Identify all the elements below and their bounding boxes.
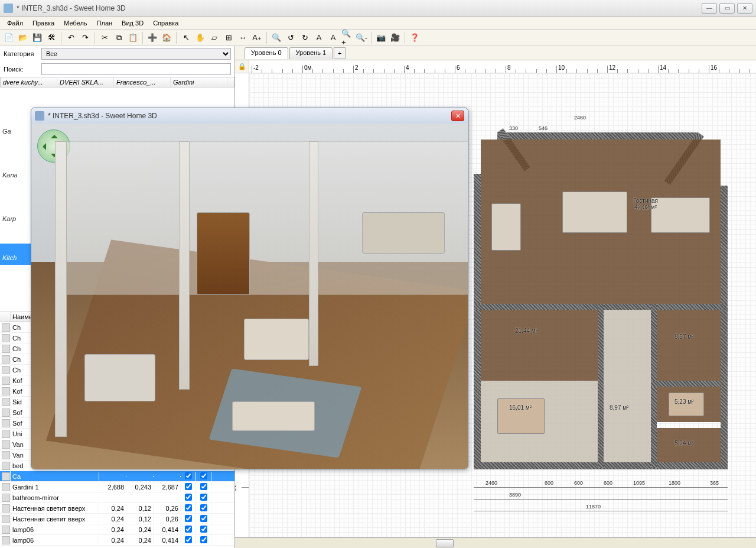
view-3d-window[interactable]: * INTER_3.sh3d - Sweet Home 3D ✕	[31, 108, 468, 469]
copy-icon[interactable]: ⧉	[112, 31, 125, 44]
furniture-val: 0,24	[99, 526, 126, 534]
movable-checkbox[interactable]	[200, 526, 207, 533]
help-icon[interactable]: ❓	[408, 31, 421, 44]
plan-furniture[interactable]	[651, 197, 710, 233]
search-input[interactable]	[41, 63, 231, 75]
rotate-right-icon[interactable]: ↻	[298, 31, 311, 44]
menu-file[interactable]: Файл	[2, 18, 28, 28]
background-icon[interactable]: A	[327, 31, 340, 44]
tab-level-1[interactable]: Уровень 1	[289, 47, 333, 59]
movable-checkbox[interactable]	[200, 472, 207, 479]
catalog-header-cell[interactable]: dvere kuchy...	[1, 77, 57, 87]
furniture-row[interactable]: lamp060,240,240,414	[0, 524, 234, 535]
popup-titlebar[interactable]: * INTER_3.sh3d - Sweet Home 3D ✕	[31, 108, 468, 124]
movable-checkbox[interactable]	[200, 483, 207, 490]
close-button[interactable]: ✕	[737, 3, 752, 14]
wall[interactable]	[474, 174, 481, 469]
maximize-button[interactable]: ▭	[719, 3, 735, 14]
visible-checkbox[interactable]	[185, 494, 192, 501]
category-select[interactable]: Все	[41, 48, 231, 60]
movable-checkbox[interactable]	[200, 515, 207, 522]
ruler-tick: 8	[506, 66, 506, 73]
floor-plan: Гостиная42,02 м² 21,44 м² 8,57 м² 16,01 …	[474, 109, 728, 475]
rotate-left-icon[interactable]: ↺	[284, 31, 297, 44]
wall[interactable]	[598, 304, 604, 468]
furniture-row[interactable]: Настенная светит вверх0,240,120,26	[0, 514, 234, 524]
ruler-tick: 10	[556, 66, 557, 73]
redo-icon[interactable]: ↷	[79, 31, 92, 44]
dimension-text: 1095	[633, 480, 645, 486]
cut-icon[interactable]: ✂	[98, 31, 111, 44]
menu-furniture[interactable]: Мебель	[59, 18, 92, 28]
furniture-val	[99, 497, 126, 498]
menu-help[interactable]: Справка	[148, 18, 183, 28]
select-icon[interactable]: ↖	[180, 31, 193, 44]
zoom-out-icon[interactable]: 🔍-	[355, 31, 368, 44]
menu-plan[interactable]: План	[92, 18, 118, 28]
import-icon[interactable]: 🏠	[160, 31, 173, 44]
ruler-tick: 12	[607, 66, 608, 73]
furniture-val: 0,24	[126, 536, 154, 544]
scrollbar-thumb[interactable]	[436, 539, 454, 547]
room-area: 5,23 м²	[674, 398, 693, 405]
catalog-header-cell[interactable]: DVERI SKLA...	[57, 77, 114, 87]
undo-icon[interactable]: ↶	[64, 31, 77, 44]
visible-checkbox[interactable]	[185, 536, 192, 543]
furniture-val	[126, 476, 154, 477]
wall[interactable]	[497, 132, 698, 140]
furniture-val: 0,414	[154, 536, 181, 544]
ruler-tick: 22	[242, 487, 249, 488]
plan-furniture[interactable]	[497, 398, 545, 434]
popup-title: * INTER_3.sh3d - Sweet Home 3D	[48, 112, 451, 120]
render-3d-viewport[interactable]	[31, 124, 468, 469]
catalog-header-cell[interactable]: Francesco_...	[114, 77, 171, 87]
visible-checkbox[interactable]	[185, 483, 192, 490]
visible-checkbox[interactable]	[185, 504, 192, 511]
pan-icon[interactable]: ✋	[194, 31, 207, 44]
room-icon[interactable]: ⊞	[222, 31, 235, 44]
movable-checkbox[interactable]	[200, 504, 207, 511]
prefs-icon[interactable]: 🛠	[45, 31, 58, 44]
open-icon[interactable]: 📂	[17, 31, 30, 44]
minimize-button[interactable]: —	[702, 3, 717, 14]
furniture-row[interactable]: lamp060,240,240,414	[0, 535, 234, 546]
menu-edit[interactable]: Правка	[28, 18, 59, 28]
wall[interactable]	[721, 186, 728, 469]
new-icon[interactable]: 📄	[2, 31, 15, 44]
furniture-row[interactable]: Ca	[0, 471, 234, 482]
video-icon[interactable]: 🎥	[389, 31, 402, 44]
plan-furniture[interactable]	[562, 192, 627, 233]
plan-furniture[interactable]	[491, 203, 521, 251]
paste-icon[interactable]: 📋	[126, 31, 139, 44]
level-tabbar: Уровень 0 Уровень 1 +	[235, 46, 756, 60]
visible-checkbox[interactable]	[185, 472, 192, 479]
tab-add-button[interactable]: +	[334, 47, 346, 59]
text-style-icon[interactable]: A	[312, 31, 325, 44]
search-icon[interactable]: 🔍	[270, 31, 283, 44]
furniture-row[interactable]: bathroom-mirror	[0, 492, 234, 503]
menu-3dview[interactable]: Вид 3D	[117, 18, 148, 28]
horizontal-scrollbar[interactable]	[235, 537, 756, 548]
wall[interactable]	[651, 381, 726, 387]
add-furniture-icon[interactable]: ➕	[146, 31, 159, 44]
text-icon[interactable]: A₊	[250, 31, 263, 44]
movable-checkbox[interactable]	[200, 494, 207, 501]
furniture-row[interactable]: Gardini 12,6880,2432,687	[0, 482, 234, 492]
wall-icon[interactable]: ▱	[208, 31, 221, 44]
zoom-in-icon[interactable]: 🔍+	[341, 31, 354, 44]
furniture-val	[99, 476, 126, 477]
furniture-thumb-icon	[2, 398, 10, 406]
furniture-row[interactable]: Настенная светит вверх0,240,120,26	[0, 503, 234, 514]
visible-checkbox[interactable]	[185, 526, 192, 533]
save-icon[interactable]: 💾	[31, 31, 44, 44]
movable-checkbox[interactable]	[200, 536, 207, 543]
tab-level-0[interactable]: Уровень 0	[245, 47, 288, 59]
dimension-icon[interactable]: ↔	[236, 31, 249, 44]
photo-icon[interactable]: 📷	[374, 31, 387, 44]
catalog-header-cell[interactable]: Gardini	[171, 77, 227, 87]
visible-checkbox[interactable]	[185, 515, 192, 522]
furniture-thumb-icon	[2, 377, 10, 385]
lock-icon[interactable]: 🔒	[235, 60, 249, 73]
popup-close-button[interactable]: ✕	[451, 111, 464, 121]
dimension-text: 2460	[574, 115, 586, 121]
